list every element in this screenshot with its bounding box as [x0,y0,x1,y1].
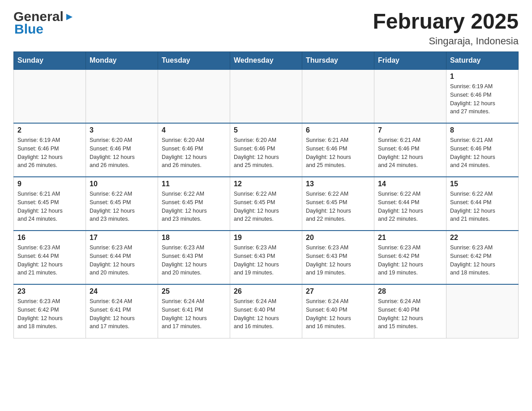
table-row: 13Sunrise: 6:22 AM Sunset: 6:45 PM Dayli… [302,177,374,231]
day-info: Sunrise: 6:19 AM Sunset: 6:46 PM Dayligh… [17,136,82,170]
day-info: Sunrise: 6:24 AM Sunset: 6:41 PM Dayligh… [90,297,154,331]
day-number: 27 [306,287,370,295]
day-number: 9 [17,180,82,188]
day-info: Sunrise: 6:23 AM Sunset: 6:44 PM Dayligh… [17,244,82,277]
weekday-header-row: SundayMondayTuesdayWednesdayThursdayFrid… [14,52,519,70]
weekday-header-sunday: Sunday [14,52,86,70]
day-info: Sunrise: 6:22 AM Sunset: 6:44 PM Dayligh… [450,190,515,223]
table-row [302,69,374,123]
weekday-header-friday: Friday [374,52,446,70]
table-row: 7Sunrise: 6:21 AM Sunset: 6:46 PM Daylig… [374,123,446,177]
calendar-week-4: 16Sunrise: 6:23 AM Sunset: 6:44 PM Dayli… [14,231,519,284]
weekday-header-thursday: Thursday [302,52,374,70]
day-number: 2 [17,126,82,134]
day-info: Sunrise: 6:22 AM Sunset: 6:45 PM Dayligh… [162,190,226,223]
logo: General Blue [13,9,74,37]
day-number: 21 [378,234,442,242]
table-row [230,69,302,123]
table-row: 28Sunrise: 6:24 AM Sunset: 6:40 PM Dayli… [374,284,446,338]
day-info: Sunrise: 6:22 AM Sunset: 6:45 PM Dayligh… [306,190,370,223]
day-info: Sunrise: 6:22 AM Sunset: 6:45 PM Dayligh… [234,190,298,223]
calendar-week-3: 9Sunrise: 6:21 AM Sunset: 6:45 PM Daylig… [14,177,519,231]
month-title: February 2025 [373,9,519,34]
day-number: 20 [306,234,370,242]
day-number: 25 [162,287,226,295]
table-row: 26Sunrise: 6:24 AM Sunset: 6:40 PM Dayli… [230,284,302,338]
table-row: 20Sunrise: 6:23 AM Sunset: 6:43 PM Dayli… [302,231,374,284]
table-row [86,69,158,123]
location: Singaraja, Indonesia [373,35,519,47]
day-info: Sunrise: 6:23 AM Sunset: 6:42 PM Dayligh… [378,244,442,277]
day-number: 24 [90,287,154,295]
table-row [158,69,230,123]
table-row: 25Sunrise: 6:24 AM Sunset: 6:41 PM Dayli… [158,284,230,338]
day-number: 10 [90,180,154,188]
day-number: 28 [378,287,442,295]
table-row: 9Sunrise: 6:21 AM Sunset: 6:45 PM Daylig… [14,177,86,231]
table-row: 14Sunrise: 6:22 AM Sunset: 6:44 PM Dayli… [374,177,446,231]
day-number: 7 [378,126,442,134]
day-number: 3 [90,126,154,134]
table-row: 3Sunrise: 6:20 AM Sunset: 6:46 PM Daylig… [86,123,158,177]
day-info: Sunrise: 6:24 AM Sunset: 6:40 PM Dayligh… [306,297,370,331]
day-number: 19 [234,234,298,242]
table-row: 17Sunrise: 6:23 AM Sunset: 6:44 PM Dayli… [86,231,158,284]
day-info: Sunrise: 6:23 AM Sunset: 6:43 PM Dayligh… [234,244,298,277]
day-info: Sunrise: 6:21 AM Sunset: 6:46 PM Dayligh… [306,136,370,170]
table-row: 18Sunrise: 6:23 AM Sunset: 6:43 PM Dayli… [158,231,230,284]
table-row: 15Sunrise: 6:22 AM Sunset: 6:44 PM Dayli… [446,177,519,231]
table-row [14,69,86,123]
table-row: 6Sunrise: 6:21 AM Sunset: 6:46 PM Daylig… [302,123,374,177]
table-row [446,284,519,338]
day-number: 26 [234,287,298,295]
table-row: 27Sunrise: 6:24 AM Sunset: 6:40 PM Dayli… [302,284,374,338]
day-info: Sunrise: 6:23 AM Sunset: 6:43 PM Dayligh… [306,244,370,277]
day-number: 4 [162,126,226,134]
day-number: 5 [234,126,298,134]
svg-marker-0 [66,14,73,20]
day-info: Sunrise: 6:23 AM Sunset: 6:43 PM Dayligh… [162,244,226,277]
day-info: Sunrise: 6:21 AM Sunset: 6:45 PM Dayligh… [17,190,82,223]
table-row: 16Sunrise: 6:23 AM Sunset: 6:44 PM Dayli… [14,231,86,284]
day-info: Sunrise: 6:23 AM Sunset: 6:42 PM Dayligh… [17,297,82,331]
logo-blue-text: Blue [14,21,43,37]
table-row: 4Sunrise: 6:20 AM Sunset: 6:46 PM Daylig… [158,123,230,177]
day-number: 18 [162,234,226,242]
day-info: Sunrise: 6:20 AM Sunset: 6:46 PM Dayligh… [90,136,154,170]
day-info: Sunrise: 6:21 AM Sunset: 6:46 PM Dayligh… [450,136,515,170]
table-row: 11Sunrise: 6:22 AM Sunset: 6:45 PM Dayli… [158,177,230,231]
weekday-header-saturday: Saturday [446,52,519,70]
day-number: 6 [306,126,370,134]
calendar-week-1: 1Sunrise: 6:19 AM Sunset: 6:46 PM Daylig… [14,69,519,123]
table-row: 1Sunrise: 6:19 AM Sunset: 6:46 PM Daylig… [446,69,519,123]
table-row: 24Sunrise: 6:24 AM Sunset: 6:41 PM Dayli… [86,284,158,338]
weekday-header-tuesday: Tuesday [158,52,230,70]
logo-arrow-icon [64,12,74,22]
day-number: 17 [90,234,154,242]
table-row: 19Sunrise: 6:23 AM Sunset: 6:43 PM Dayli… [230,231,302,284]
day-number: 23 [17,287,82,295]
calendar-table: SundayMondayTuesdayWednesdayThursdayFrid… [13,51,519,338]
calendar-week-2: 2Sunrise: 6:19 AM Sunset: 6:46 PM Daylig… [14,123,519,177]
table-row: 12Sunrise: 6:22 AM Sunset: 6:45 PM Dayli… [230,177,302,231]
table-row: 23Sunrise: 6:23 AM Sunset: 6:42 PM Dayli… [14,284,86,338]
weekday-header-wednesday: Wednesday [230,52,302,70]
day-info: Sunrise: 6:24 AM Sunset: 6:41 PM Dayligh… [162,297,226,331]
day-info: Sunrise: 6:24 AM Sunset: 6:40 PM Dayligh… [234,297,298,331]
table-row: 2Sunrise: 6:19 AM Sunset: 6:46 PM Daylig… [14,123,86,177]
title-block: February 2025 Singaraja, Indonesia [373,9,519,47]
table-row [374,69,446,123]
day-info: Sunrise: 6:19 AM Sunset: 6:46 PM Dayligh… [450,82,515,116]
day-info: Sunrise: 6:21 AM Sunset: 6:46 PM Dayligh… [378,136,442,170]
day-number: 13 [306,180,370,188]
day-number: 16 [17,234,82,242]
day-info: Sunrise: 6:22 AM Sunset: 6:44 PM Dayligh… [378,190,442,223]
day-info: Sunrise: 6:20 AM Sunset: 6:46 PM Dayligh… [234,136,298,170]
table-row: 21Sunrise: 6:23 AM Sunset: 6:42 PM Dayli… [374,231,446,284]
day-number: 14 [378,180,442,188]
table-row: 10Sunrise: 6:22 AM Sunset: 6:45 PM Dayli… [86,177,158,231]
table-row: 8Sunrise: 6:21 AM Sunset: 6:46 PM Daylig… [446,123,519,177]
day-number: 22 [450,234,515,242]
table-row: 22Sunrise: 6:23 AM Sunset: 6:42 PM Dayli… [446,231,519,284]
day-info: Sunrise: 6:23 AM Sunset: 6:44 PM Dayligh… [90,244,154,277]
